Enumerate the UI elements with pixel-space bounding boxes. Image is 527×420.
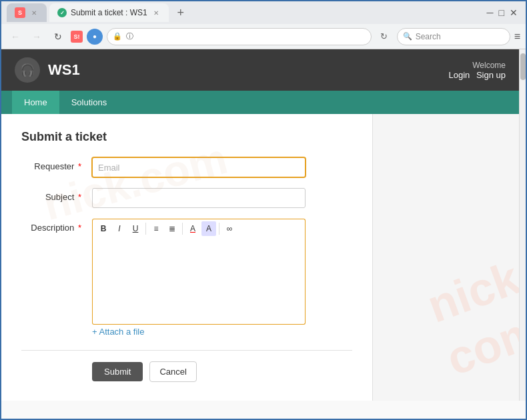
page-content: 🎧 WS1 Welcome Login Sign up Home Solutio xyxy=(1,49,526,419)
rich-text-container: B I U ≡ ≣ A xyxy=(92,219,306,337)
toolbar-underline[interactable]: U xyxy=(128,221,143,236)
tab1-close[interactable]: ✕ xyxy=(29,8,39,17)
form-actions: Submit Cancel xyxy=(21,361,352,382)
close-button[interactable]: ✕ xyxy=(510,7,518,18)
scrollbar[interactable] xyxy=(519,49,526,401)
subject-label: Subject * xyxy=(21,188,81,202)
rich-text-toolbar: B I U ≡ ≣ A xyxy=(92,219,306,238)
browser-logo-icon: S! xyxy=(71,31,83,43)
description-row: Description * B I U ≡ ≣ xyxy=(21,219,352,337)
requester-label: Requester * xyxy=(21,157,81,171)
toolbar-sep-3 xyxy=(219,223,219,235)
toolbar-sep-1 xyxy=(145,223,146,235)
browser-window: S ✕ ✓ Submit a ticket : WS1 ✕ + ─ □ ✕ ← … xyxy=(0,0,527,420)
side-panel: nickcom xyxy=(372,114,519,401)
browser-profile-icon[interactable]: ● xyxy=(87,29,103,45)
site-nav: Home Solutions xyxy=(1,91,519,114)
nav-home[interactable]: Home xyxy=(12,91,59,114)
form-section: nick.com Submit a ticket Requester * xyxy=(1,114,372,401)
reload-button-2[interactable]: ↻ xyxy=(376,28,393,45)
site-header: 🎧 WS1 Welcome Login Sign up xyxy=(1,49,519,91)
address-bar[interactable]: 🔒 ⓘ xyxy=(107,28,372,45)
login-link[interactable]: Login xyxy=(448,70,470,80)
forward-button[interactable]: → xyxy=(28,28,45,45)
description-required: * xyxy=(75,223,81,233)
side-panel-watermark: nickcom xyxy=(420,249,519,387)
toolbar-link[interactable]: ∞ xyxy=(222,221,237,236)
toolbar-italic[interactable]: I xyxy=(112,221,127,236)
form-title: Submit a ticket xyxy=(21,130,352,144)
signup-link[interactable]: Sign up xyxy=(476,70,506,80)
requester-input[interactable] xyxy=(92,157,306,177)
toolbar-font-bg[interactable]: A xyxy=(201,221,216,236)
tab2-favicon: ✓ xyxy=(57,8,67,17)
tab-active[interactable]: ✓ Submit a ticket : WS1 ✕ xyxy=(49,3,169,22)
attach-file-link[interactable]: + Attach a file xyxy=(92,327,144,337)
nav-solutions[interactable]: Solutions xyxy=(59,91,119,114)
requester-required: * xyxy=(75,161,81,171)
subject-row: Subject * xyxy=(21,188,352,208)
search-box[interactable]: 🔍 Search xyxy=(397,28,510,45)
auth-links: Login Sign up xyxy=(448,70,506,80)
minimize-button[interactable]: ─ xyxy=(487,7,494,18)
main-area: nick.com Submit a ticket Requester * xyxy=(1,114,519,401)
tab-inactive[interactable]: S ✕ xyxy=(7,3,47,22)
submit-button[interactable]: Submit xyxy=(92,362,143,381)
toolbar-font-color[interactable]: A xyxy=(185,221,200,236)
description-label: Description * xyxy=(21,219,81,233)
address-icon: ⓘ xyxy=(126,31,133,41)
site-header-right: Welcome Login Sign up xyxy=(448,61,506,80)
requester-row: Requester * xyxy=(21,157,352,177)
site-title: WS1 xyxy=(48,61,80,79)
tab1-favicon: S xyxy=(15,7,25,18)
scrollbar-thumb[interactable] xyxy=(520,53,526,80)
form-divider xyxy=(21,350,352,351)
site-logo: 🎧 WS1 xyxy=(15,57,80,83)
search-icon: 🔍 xyxy=(403,32,412,41)
tab2-close[interactable]: ✕ xyxy=(151,8,161,17)
search-placeholder: Search xyxy=(416,32,441,41)
title-bar: S ✕ ✓ Submit a ticket : WS1 ✕ + ─ □ ✕ xyxy=(1,1,526,24)
toolbar-list-bullet[interactable]: ≡ xyxy=(149,221,163,236)
toolbar-bold[interactable]: B xyxy=(96,221,111,236)
tab2-label: Submit a ticket : WS1 xyxy=(71,8,147,17)
new-tab-button[interactable]: + xyxy=(171,3,190,22)
hamburger-menu[interactable]: ≡ xyxy=(514,31,520,43)
back-button[interactable]: ← xyxy=(7,28,24,45)
browser-toolbar: ← → ↻ S! ● 🔒 ⓘ ↻ 🔍 Search ≡ xyxy=(1,24,526,49)
toolbar-sep-2 xyxy=(182,223,183,235)
reload-button[interactable]: ↻ xyxy=(49,28,67,45)
cancel-button[interactable]: Cancel xyxy=(149,361,196,382)
maximize-button[interactable]: □ xyxy=(499,7,504,18)
lock-icon: 🔒 xyxy=(113,32,122,41)
toolbar-list-numbered[interactable]: ≣ xyxy=(165,221,179,236)
subject-required: * xyxy=(75,192,81,202)
subject-input[interactable] xyxy=(92,188,306,208)
logo-icon: 🎧 xyxy=(15,57,40,83)
description-textarea[interactable] xyxy=(92,238,306,325)
welcome-text: Welcome xyxy=(448,61,506,70)
